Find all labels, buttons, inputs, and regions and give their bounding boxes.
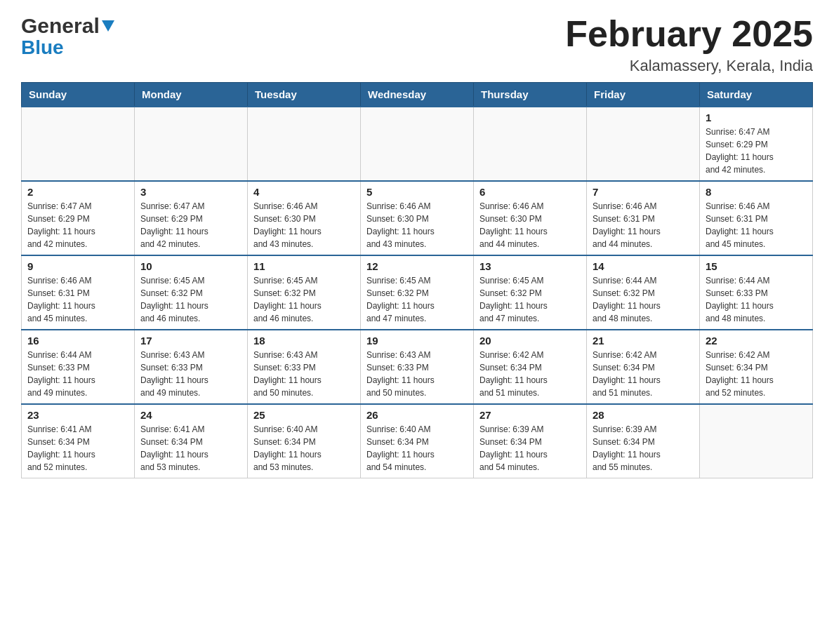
weekday-header-tuesday: Tuesday <box>248 83 361 107</box>
day-number: 28 <box>593 409 694 421</box>
day-number: 15 <box>706 260 807 272</box>
calendar-cell: 21Sunrise: 6:42 AM Sunset: 6:34 PM Dayli… <box>587 330 700 404</box>
day-info: Sunrise: 6:47 AM Sunset: 6:29 PM Dayligh… <box>27 200 128 250</box>
calendar-week-1: 1Sunrise: 6:47 AM Sunset: 6:29 PM Daylig… <box>22 107 813 181</box>
calendar-subtitle: Kalamassery, Kerala, India <box>565 57 813 75</box>
weekday-header-sunday: Sunday <box>22 83 135 107</box>
calendar-week-5: 23Sunrise: 6:41 AM Sunset: 6:34 PM Dayli… <box>22 404 813 478</box>
day-info: Sunrise: 6:43 AM Sunset: 6:33 PM Dayligh… <box>253 349 355 399</box>
day-info: Sunrise: 6:46 AM Sunset: 6:30 PM Dayligh… <box>253 200 355 250</box>
calendar-cell: 10Sunrise: 6:45 AM Sunset: 6:32 PM Dayli… <box>135 255 248 330</box>
calendar-cell: 11Sunrise: 6:45 AM Sunset: 6:32 PM Dayli… <box>248 255 361 330</box>
day-info: Sunrise: 6:42 AM Sunset: 6:34 PM Dayligh… <box>593 349 694 399</box>
day-info: Sunrise: 6:44 AM Sunset: 6:32 PM Dayligh… <box>593 274 694 325</box>
day-info: Sunrise: 6:45 AM Sunset: 6:32 PM Dayligh… <box>366 274 468 325</box>
weekday-header-friday: Friday <box>587 83 700 107</box>
calendar-cell: 1Sunrise: 6:47 AM Sunset: 6:29 PM Daylig… <box>700 107 813 181</box>
day-info: Sunrise: 6:43 AM Sunset: 6:33 PM Dayligh… <box>140 349 241 399</box>
day-number: 17 <box>140 335 241 347</box>
calendar-body: 1Sunrise: 6:47 AM Sunset: 6:29 PM Daylig… <box>22 107 813 478</box>
calendar-cell: 6Sunrise: 6:46 AM Sunset: 6:30 PM Daylig… <box>474 181 587 255</box>
day-number: 2 <box>27 186 128 198</box>
calendar-cell <box>135 107 248 181</box>
day-number: 11 <box>253 260 355 272</box>
day-info: Sunrise: 6:40 AM Sunset: 6:34 PM Dayligh… <box>366 423 468 474</box>
day-number: 8 <box>706 186 807 198</box>
day-info: Sunrise: 6:39 AM Sunset: 6:34 PM Dayligh… <box>593 423 694 474</box>
weekday-header-wednesday: Wednesday <box>361 83 474 107</box>
day-info: Sunrise: 6:45 AM Sunset: 6:32 PM Dayligh… <box>140 274 241 325</box>
day-info: Sunrise: 6:47 AM Sunset: 6:29 PM Dayligh… <box>140 200 241 250</box>
svg-marker-0 <box>102 20 114 32</box>
calendar-cell: 8Sunrise: 6:46 AM Sunset: 6:31 PM Daylig… <box>700 181 813 255</box>
calendar-cell <box>587 107 700 181</box>
day-number: 13 <box>479 260 581 272</box>
day-number: 27 <box>479 409 581 421</box>
weekday-header-monday: Monday <box>135 83 248 107</box>
day-info: Sunrise: 6:39 AM Sunset: 6:34 PM Dayligh… <box>479 423 581 474</box>
logo-general-text: General <box>21 14 100 38</box>
calendar-cell: 9Sunrise: 6:46 AM Sunset: 6:31 PM Daylig… <box>22 255 135 330</box>
weekday-header-saturday: Saturday <box>700 83 813 107</box>
calendar-cell: 12Sunrise: 6:45 AM Sunset: 6:32 PM Dayli… <box>361 255 474 330</box>
calendar-cell <box>474 107 587 181</box>
day-info: Sunrise: 6:40 AM Sunset: 6:34 PM Dayligh… <box>253 423 355 474</box>
day-info: Sunrise: 6:44 AM Sunset: 6:33 PM Dayligh… <box>27 349 128 399</box>
calendar-cell: 27Sunrise: 6:39 AM Sunset: 6:34 PM Dayli… <box>474 404 587 478</box>
calendar-title: February 2025 <box>565 14 813 54</box>
day-info: Sunrise: 6:41 AM Sunset: 6:34 PM Dayligh… <box>140 423 241 474</box>
weekday-header-thursday: Thursday <box>474 83 587 107</box>
day-number: 6 <box>479 186 581 198</box>
day-number: 22 <box>706 335 807 347</box>
day-number: 10 <box>140 260 241 272</box>
calendar-cell: 26Sunrise: 6:40 AM Sunset: 6:34 PM Dayli… <box>361 404 474 478</box>
day-number: 19 <box>366 335 468 347</box>
page-header: General Blue February 2025 Kalamassery, … <box>21 14 813 75</box>
calendar-cell: 13Sunrise: 6:45 AM Sunset: 6:32 PM Dayli… <box>474 255 587 330</box>
day-number: 3 <box>140 186 241 198</box>
calendar-cell <box>22 107 135 181</box>
day-info: Sunrise: 6:41 AM Sunset: 6:34 PM Dayligh… <box>27 423 128 474</box>
day-info: Sunrise: 6:42 AM Sunset: 6:34 PM Dayligh… <box>706 349 807 399</box>
calendar-title-block: February 2025 Kalamassery, Kerala, India <box>565 14 813 75</box>
day-info: Sunrise: 6:46 AM Sunset: 6:31 PM Dayligh… <box>706 200 807 250</box>
day-info: Sunrise: 6:47 AM Sunset: 6:29 PM Dayligh… <box>706 126 807 176</box>
calendar-cell: 7Sunrise: 6:46 AM Sunset: 6:31 PM Daylig… <box>587 181 700 255</box>
day-number: 26 <box>366 409 468 421</box>
day-number: 20 <box>479 335 581 347</box>
day-number: 5 <box>366 186 468 198</box>
day-number: 9 <box>27 260 128 272</box>
day-info: Sunrise: 6:46 AM Sunset: 6:31 PM Dayligh… <box>27 274 128 325</box>
calendar-table: SundayMondayTuesdayWednesdayThursdayFrid… <box>21 82 813 478</box>
calendar-cell: 18Sunrise: 6:43 AM Sunset: 6:33 PM Dayli… <box>248 330 361 404</box>
day-number: 18 <box>253 335 355 347</box>
calendar-cell: 4Sunrise: 6:46 AM Sunset: 6:30 PM Daylig… <box>248 181 361 255</box>
calendar-cell: 14Sunrise: 6:44 AM Sunset: 6:32 PM Dayli… <box>587 255 700 330</box>
calendar-cell: 2Sunrise: 6:47 AM Sunset: 6:29 PM Daylig… <box>22 181 135 255</box>
day-number: 23 <box>27 409 128 421</box>
day-info: Sunrise: 6:46 AM Sunset: 6:31 PM Dayligh… <box>593 200 694 250</box>
day-info: Sunrise: 6:46 AM Sunset: 6:30 PM Dayligh… <box>479 200 581 250</box>
calendar-cell <box>248 107 361 181</box>
calendar-cell: 19Sunrise: 6:43 AM Sunset: 6:33 PM Dayli… <box>361 330 474 404</box>
day-number: 1 <box>706 112 807 123</box>
day-number: 12 <box>366 260 468 272</box>
calendar-cell: 3Sunrise: 6:47 AM Sunset: 6:29 PM Daylig… <box>135 181 248 255</box>
calendar-cell: 16Sunrise: 6:44 AM Sunset: 6:33 PM Dayli… <box>22 330 135 404</box>
day-info: Sunrise: 6:44 AM Sunset: 6:33 PM Dayligh… <box>706 274 807 325</box>
calendar-cell: 20Sunrise: 6:42 AM Sunset: 6:34 PM Dayli… <box>474 330 587 404</box>
logo-blue-text: Blue <box>21 38 64 58</box>
day-info: Sunrise: 6:42 AM Sunset: 6:34 PM Dayligh… <box>479 349 581 399</box>
calendar-cell: 5Sunrise: 6:46 AM Sunset: 6:30 PM Daylig… <box>361 181 474 255</box>
day-info: Sunrise: 6:46 AM Sunset: 6:30 PM Dayligh… <box>366 200 468 250</box>
day-number: 21 <box>593 335 694 347</box>
day-number: 25 <box>253 409 355 421</box>
calendar-cell: 23Sunrise: 6:41 AM Sunset: 6:34 PM Dayli… <box>22 404 135 478</box>
day-number: 4 <box>253 186 355 198</box>
day-info: Sunrise: 6:45 AM Sunset: 6:32 PM Dayligh… <box>479 274 581 325</box>
day-number: 14 <box>593 260 694 272</box>
calendar-cell: 15Sunrise: 6:44 AM Sunset: 6:33 PM Dayli… <box>700 255 813 330</box>
day-number: 24 <box>140 409 241 421</box>
day-number: 7 <box>593 186 694 198</box>
logo: General Blue <box>21 14 114 58</box>
